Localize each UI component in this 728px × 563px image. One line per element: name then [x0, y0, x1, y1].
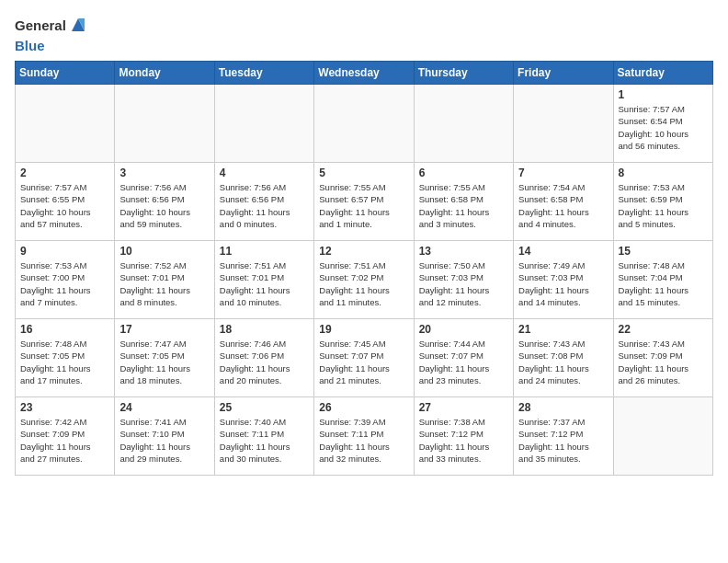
weekday-header-saturday: Saturday — [613, 62, 712, 85]
logo-icon — [68, 15, 88, 35]
logo-general: General — [15, 15, 88, 39]
week-row-1: 1Sunrise: 7:57 AMSunset: 6:54 PMDaylight… — [16, 85, 713, 163]
calendar-cell — [214, 85, 313, 163]
calendar-cell: 1Sunrise: 7:57 AMSunset: 6:54 PMDaylight… — [613, 85, 712, 163]
day-number: 19 — [319, 323, 408, 336]
day-info: Sunrise: 7:42 AMSunset: 7:09 PMDaylight:… — [20, 416, 109, 465]
day-number: 7 — [518, 167, 608, 179]
day-info: Sunrise: 7:44 AMSunset: 7:07 PMDaylight:… — [419, 338, 508, 386]
week-row-2: 2Sunrise: 7:57 AMSunset: 6:55 PMDaylight… — [16, 163, 713, 241]
day-info: Sunrise: 7:57 AMSunset: 6:55 PMDaylight:… — [20, 181, 109, 230]
day-number: 5 — [319, 167, 408, 179]
calendar-cell: 2Sunrise: 7:57 AMSunset: 6:55 PMDaylight… — [16, 163, 115, 241]
calendar-cell: 12Sunrise: 7:51 AMSunset: 7:02 PMDayligh… — [314, 241, 414, 319]
day-number: 27 — [419, 401, 508, 414]
day-info: Sunrise: 7:48 AMSunset: 7:05 PMDaylight:… — [20, 338, 109, 386]
day-info: Sunrise: 7:53 AMSunset: 7:00 PMDaylight:… — [20, 259, 109, 308]
day-number: 24 — [119, 401, 209, 414]
calendar-cell: 3Sunrise: 7:56 AMSunset: 6:56 PMDaylight… — [115, 163, 214, 241]
day-number: 25 — [220, 401, 309, 414]
week-row-3: 9Sunrise: 7:53 AMSunset: 7:00 PMDaylight… — [16, 241, 713, 319]
calendar-cell: 21Sunrise: 7:43 AMSunset: 7:08 PMDayligh… — [514, 319, 613, 397]
day-info: Sunrise: 7:47 AMSunset: 7:05 PMDaylight:… — [119, 338, 209, 386]
day-info: Sunrise: 7:48 AMSunset: 7:04 PMDaylight:… — [619, 259, 708, 308]
calendar-cell: 16Sunrise: 7:48 AMSunset: 7:05 PMDayligh… — [16, 319, 115, 397]
weekday-header-row: SundayMondayTuesdayWednesdayThursdayFrid… — [16, 62, 713, 85]
day-number: 4 — [220, 167, 309, 179]
day-number: 14 — [518, 245, 608, 258]
day-number: 6 — [419, 167, 508, 179]
day-info: Sunrise: 7:53 AMSunset: 6:59 PMDaylight:… — [619, 181, 708, 230]
day-number: 17 — [119, 323, 209, 336]
calendar-cell: 6Sunrise: 7:55 AMSunset: 6:58 PMDaylight… — [414, 163, 513, 241]
calendar-cell: 24Sunrise: 7:41 AMSunset: 7:10 PMDayligh… — [115, 397, 214, 476]
day-number: 26 — [319, 401, 408, 414]
day-info: Sunrise: 7:52 AMSunset: 7:01 PMDaylight:… — [119, 259, 209, 308]
day-info: Sunrise: 7:49 AMSunset: 7:03 PMDaylight:… — [518, 259, 608, 308]
weekday-header-wednesday: Wednesday — [314, 62, 414, 85]
calendar-cell — [115, 85, 214, 163]
day-number: 16 — [20, 323, 109, 336]
day-info: Sunrise: 7:56 AMSunset: 6:56 PMDaylight:… — [220, 181, 309, 230]
calendar-cell: 9Sunrise: 7:53 AMSunset: 7:00 PMDaylight… — [16, 241, 115, 319]
day-number: 28 — [518, 401, 608, 414]
day-number: 13 — [419, 245, 508, 258]
day-info: Sunrise: 7:54 AMSunset: 6:58 PMDaylight:… — [518, 181, 608, 230]
calendar-cell: 14Sunrise: 7:49 AMSunset: 7:03 PMDayligh… — [514, 241, 613, 319]
weekday-header-tuesday: Tuesday — [214, 62, 313, 85]
calendar-cell — [613, 397, 712, 476]
calendar-cell: 23Sunrise: 7:42 AMSunset: 7:09 PMDayligh… — [16, 397, 115, 476]
calendar-cell: 19Sunrise: 7:45 AMSunset: 7:07 PMDayligh… — [314, 319, 414, 397]
day-number: 1 — [619, 88, 708, 101]
day-number: 21 — [518, 323, 608, 336]
logo: General Blue — [15, 15, 88, 53]
day-info: Sunrise: 7:50 AMSunset: 7:03 PMDaylight:… — [419, 259, 508, 308]
day-number: 15 — [619, 245, 708, 258]
calendar-cell: 25Sunrise: 7:40 AMSunset: 7:11 PMDayligh… — [214, 397, 313, 476]
day-info: Sunrise: 7:46 AMSunset: 7:06 PMDaylight:… — [220, 338, 309, 386]
calendar-cell: 26Sunrise: 7:39 AMSunset: 7:11 PMDayligh… — [314, 397, 414, 476]
weekday-header-monday: Monday — [115, 62, 214, 85]
day-info: Sunrise: 7:51 AMSunset: 7:01 PMDaylight:… — [220, 259, 309, 308]
day-info: Sunrise: 7:45 AMSunset: 7:07 PMDaylight:… — [319, 338, 408, 386]
calendar-cell: 11Sunrise: 7:51 AMSunset: 7:01 PMDayligh… — [214, 241, 313, 319]
day-info: Sunrise: 7:51 AMSunset: 7:02 PMDaylight:… — [319, 259, 408, 308]
day-number: 9 — [20, 245, 109, 258]
day-number: 23 — [20, 401, 109, 414]
day-info: Sunrise: 7:55 AMSunset: 6:57 PMDaylight:… — [319, 181, 408, 230]
calendar-cell: 13Sunrise: 7:50 AMSunset: 7:03 PMDayligh… — [414, 241, 513, 319]
day-info: Sunrise: 7:37 AMSunset: 7:12 PMDaylight:… — [518, 416, 608, 465]
calendar-cell: 20Sunrise: 7:44 AMSunset: 7:07 PMDayligh… — [414, 319, 513, 397]
day-info: Sunrise: 7:39 AMSunset: 7:11 PMDaylight:… — [319, 416, 408, 465]
weekday-header-friday: Friday — [514, 62, 613, 85]
day-number: 18 — [220, 323, 309, 336]
calendar-cell: 18Sunrise: 7:46 AMSunset: 7:06 PMDayligh… — [214, 319, 313, 397]
calendar-cell — [414, 85, 513, 163]
calendar-cell: 8Sunrise: 7:53 AMSunset: 6:59 PMDaylight… — [613, 163, 712, 241]
day-number: 22 — [619, 323, 708, 336]
day-info: Sunrise: 7:43 AMSunset: 7:08 PMDaylight:… — [518, 338, 608, 386]
day-info: Sunrise: 7:43 AMSunset: 7:09 PMDaylight:… — [619, 338, 708, 386]
day-info: Sunrise: 7:57 AMSunset: 6:54 PMDaylight:… — [619, 103, 708, 152]
day-info: Sunrise: 7:38 AMSunset: 7:12 PMDaylight:… — [419, 416, 508, 465]
day-number: 11 — [220, 245, 309, 258]
week-row-4: 16Sunrise: 7:48 AMSunset: 7:05 PMDayligh… — [16, 319, 713, 397]
logo-blue: Blue — [15, 39, 88, 54]
day-number: 8 — [619, 167, 708, 179]
calendar-cell: 7Sunrise: 7:54 AMSunset: 6:58 PMDaylight… — [514, 163, 613, 241]
day-number: 10 — [119, 245, 209, 258]
weekday-header-sunday: Sunday — [16, 62, 115, 85]
calendar-cell — [314, 85, 414, 163]
calendar-cell — [514, 85, 613, 163]
calendar-cell: 22Sunrise: 7:43 AMSunset: 7:09 PMDayligh… — [613, 319, 712, 397]
day-number: 3 — [119, 167, 209, 179]
day-info: Sunrise: 7:40 AMSunset: 7:11 PMDaylight:… — [220, 416, 309, 465]
calendar-cell: 17Sunrise: 7:47 AMSunset: 7:05 PMDayligh… — [115, 319, 214, 397]
calendar-cell: 15Sunrise: 7:48 AMSunset: 7:04 PMDayligh… — [613, 241, 712, 319]
day-number: 2 — [20, 167, 109, 179]
calendar-cell: 27Sunrise: 7:38 AMSunset: 7:12 PMDayligh… — [414, 397, 513, 476]
day-number: 20 — [419, 323, 508, 336]
calendar: SundayMondayTuesdayWednesdayThursdayFrid… — [15, 61, 713, 476]
calendar-cell: 10Sunrise: 7:52 AMSunset: 7:01 PMDayligh… — [115, 241, 214, 319]
day-info: Sunrise: 7:56 AMSunset: 6:56 PMDaylight:… — [119, 181, 209, 230]
